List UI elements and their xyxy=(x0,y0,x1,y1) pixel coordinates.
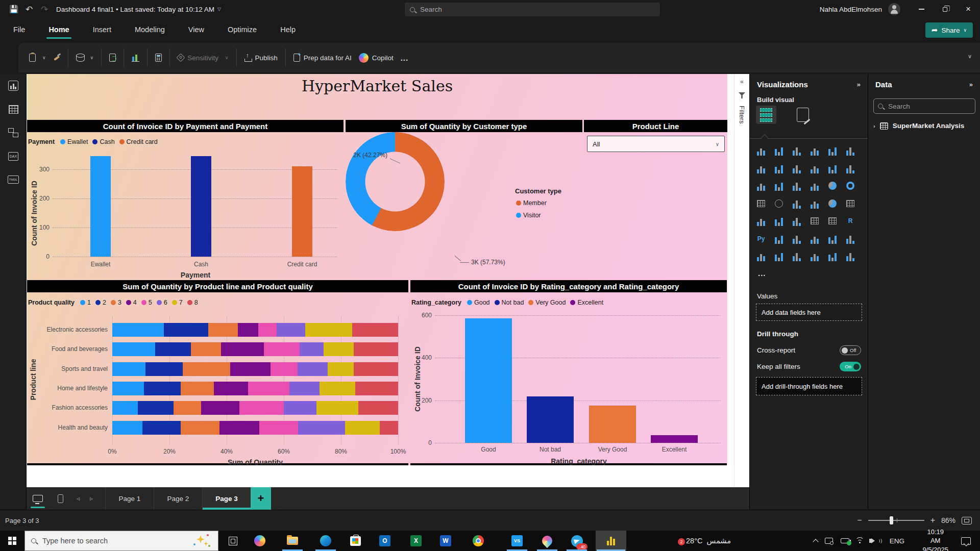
segment-quality-7[interactable] xyxy=(328,362,354,376)
zoom-slider[interactable] xyxy=(868,520,924,521)
legend-item[interactable]: 8 xyxy=(187,299,198,306)
tmdl-view-button[interactable]: TMDL xyxy=(0,168,27,191)
100-stacked-column-chart-icon[interactable] xyxy=(844,144,856,157)
segment-quality-2[interactable] xyxy=(138,401,174,415)
segment-quality-5[interactable] xyxy=(264,342,300,356)
microsoft-store-icon[interactable] xyxy=(343,531,368,551)
legend-item[interactable]: 7 xyxy=(172,299,183,306)
smart-narrative-icon[interactable] xyxy=(826,233,839,245)
notification-center-icon[interactable] xyxy=(961,531,971,551)
legend-item[interactable]: Credit card xyxy=(119,138,158,145)
legend-item[interactable]: Good xyxy=(467,299,490,306)
azure-map-icon[interactable] xyxy=(808,197,821,210)
button-slicer-icon[interactable] xyxy=(773,233,785,245)
table-view-button[interactable] xyxy=(0,97,27,121)
qa-visual-icon[interactable] xyxy=(808,233,821,245)
segment-quality-7[interactable] xyxy=(305,323,352,337)
slicer-title[interactable]: Product Line xyxy=(584,120,727,132)
next-page-arrow[interactable]: ▹ xyxy=(85,495,98,502)
segment-quality-1[interactable] xyxy=(112,362,145,376)
taskbar-search[interactable] xyxy=(24,531,218,551)
segment-quality-3[interactable] xyxy=(208,323,238,337)
menu-optimize[interactable]: Optimize xyxy=(227,22,258,37)
segment-quality-4[interactable] xyxy=(219,421,259,435)
bar-cash[interactable] xyxy=(191,156,211,257)
excel-icon[interactable]: X xyxy=(404,531,428,551)
bar-credit-card[interactable] xyxy=(292,166,312,257)
app-search-input[interactable] xyxy=(419,5,633,14)
menu-view[interactable]: View xyxy=(187,22,205,37)
copilot-taskbar-icon[interactable] xyxy=(248,531,272,551)
menu-home[interactable]: Home xyxy=(47,22,70,37)
segment-quality-2[interactable] xyxy=(155,342,191,356)
funnel-chart-icon[interactable] xyxy=(791,180,803,192)
segment-quality-7[interactable] xyxy=(324,342,354,356)
start-button[interactable] xyxy=(0,531,24,551)
battery-icon[interactable] xyxy=(841,531,849,551)
hierarchy-visual-icon[interactable] xyxy=(826,250,839,262)
segment-quality-1[interactable] xyxy=(112,401,138,415)
chrome-icon[interactable] xyxy=(466,531,491,551)
python-visual-icon[interactable]: Py xyxy=(755,233,767,245)
line-and-stacked-column-chart-icon[interactable] xyxy=(826,162,839,174)
segment-quality-4[interactable] xyxy=(238,323,258,337)
waterfall-chart-icon[interactable] xyxy=(755,180,767,192)
data-table-item[interactable]: › SuperMarket Analysis xyxy=(873,122,964,130)
segment-quality-6[interactable] xyxy=(289,382,320,395)
filled-map-icon[interactable] xyxy=(791,197,803,210)
dax-query-view-button[interactable]: DAX xyxy=(0,144,27,168)
segment-quality-2[interactable] xyxy=(145,362,183,376)
telegram-icon[interactable]: ..40 xyxy=(565,531,589,551)
customer-type-donut-chart[interactable]: 2K (42.27%)3K (57.73%)Customer typeMembe… xyxy=(346,132,582,280)
menu-modeling[interactable]: Modeling xyxy=(134,22,166,37)
legend-item[interactable]: Very Good xyxy=(528,299,566,306)
data-search[interactable] xyxy=(873,98,975,114)
vscode-icon[interactable]: VS xyxy=(505,531,529,551)
format-visual-tab[interactable] xyxy=(797,108,809,122)
treemap-icon[interactable] xyxy=(755,197,767,210)
arcgis-map-icon[interactable] xyxy=(808,250,821,262)
100-stacked-bar-chart-icon[interactable] xyxy=(826,144,839,157)
segment-quality-8[interactable] xyxy=(354,342,398,356)
drill-through-field-well[interactable]: Add drill-through fields here xyxy=(756,377,862,395)
collapse-visualizations-icon[interactable]: » xyxy=(857,81,861,88)
menu-help[interactable]: Help xyxy=(279,22,297,37)
ribbon-chart-icon[interactable] xyxy=(808,162,821,174)
legend-item[interactable]: Excellent xyxy=(570,299,603,306)
device-cast-icon[interactable] xyxy=(825,531,833,551)
segment-quality-5[interactable] xyxy=(239,401,284,415)
tab-page-3[interactable]: Page 3 xyxy=(202,487,251,510)
line-and-clustered-column-chart-icon[interactable] xyxy=(844,162,856,174)
zoom-out-button[interactable]: − xyxy=(857,516,862,525)
build-visual-tab[interactable] xyxy=(756,106,776,124)
donut-ring[interactable] xyxy=(346,132,445,231)
segment-quality-4[interactable] xyxy=(221,342,264,356)
scatter-chart-icon[interactable] xyxy=(808,180,821,192)
volume-icon[interactable] xyxy=(869,531,882,551)
segment-quality-8[interactable] xyxy=(354,362,398,376)
zoom-in-button[interactable]: + xyxy=(930,516,935,525)
get-data-button[interactable]: ∨ xyxy=(76,54,94,62)
search-highlights-icon[interactable] xyxy=(191,533,212,548)
segment-quality-8[interactable] xyxy=(358,401,398,415)
segment-quality-2[interactable] xyxy=(164,323,208,337)
segment-quality-4[interactable] xyxy=(230,362,271,376)
segment-quality-6[interactable] xyxy=(277,323,305,337)
segment-quality-1[interactable] xyxy=(112,342,155,356)
restore-button[interactable] xyxy=(933,0,957,18)
power-platform-visual-icon[interactable] xyxy=(844,250,856,262)
multi-row-card-icon[interactable] xyxy=(755,215,767,227)
segment-quality-5[interactable] xyxy=(248,382,289,395)
gauge-icon[interactable] xyxy=(826,197,839,210)
legend-item[interactable]: 1 xyxy=(80,299,91,306)
chart3-title[interactable]: Sum of Quantity by Product line and Prod… xyxy=(27,280,408,292)
minimize-button[interactable] xyxy=(910,0,933,18)
stacked-column-chart-icon[interactable] xyxy=(773,144,785,157)
chart1-title[interactable]: Count of Invoice ID by Payment and Payme… xyxy=(27,120,344,132)
prep-data-ai-button[interactable]: Prep data for AI xyxy=(293,54,352,62)
undo-icon[interactable]: ↶ xyxy=(21,4,37,15)
publish-button[interactable]: Publish xyxy=(244,54,278,62)
model-view-button[interactable] xyxy=(0,121,27,144)
stacked-bar-chart-icon[interactable] xyxy=(755,144,767,157)
slicer-icon[interactable] xyxy=(791,215,803,227)
